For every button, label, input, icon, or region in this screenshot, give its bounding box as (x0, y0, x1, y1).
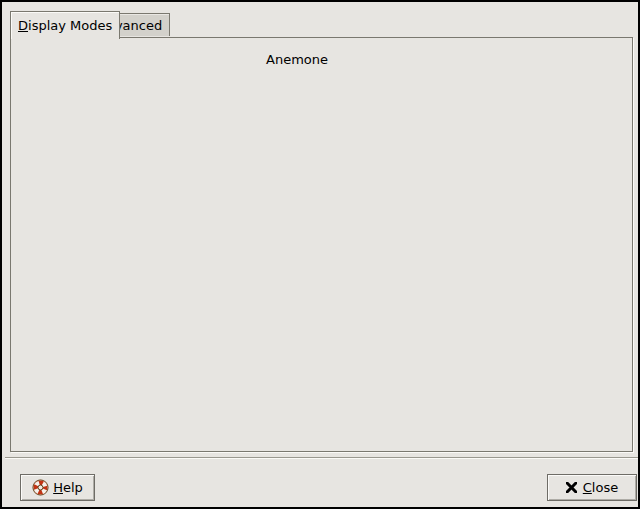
close-x-icon (566, 482, 577, 493)
help-button[interactable]: Help (20, 474, 95, 501)
help-lifebuoy-icon (32, 479, 49, 496)
help-button-label: Help (53, 480, 83, 495)
notebook-page (10, 37, 633, 452)
tab-display-modes[interactable]: Display Modes (10, 11, 120, 39)
tab-display-modes-label: Display Modes (18, 18, 112, 33)
close-button-label: Close (583, 480, 618, 495)
xscreensaver-preferences-window: Display Modes Advanced Mode: Only One Sc… (0, 0, 640, 509)
close-button[interactable]: Close (547, 474, 637, 501)
action-area-separator (5, 457, 639, 459)
preview-frame-title: Anemone (263, 52, 331, 67)
